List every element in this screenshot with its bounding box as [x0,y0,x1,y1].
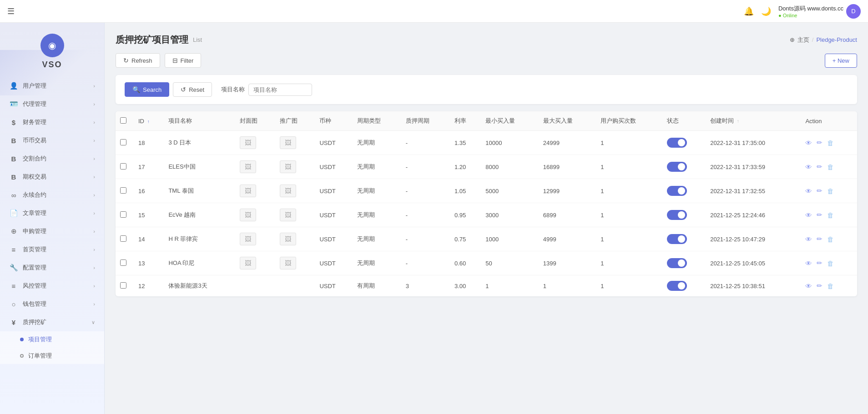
sidebar-item-finance-mgmt[interactable]: $ 财务管理 › [0,113,104,131]
view-icon-2[interactable]: 👁 [805,187,812,195]
delete-icon-2[interactable]: 🗑 [827,187,834,195]
row-checkbox-3[interactable] [120,211,126,218]
sidebar-item-project-mgmt[interactable]: 项目管理 [0,331,104,348]
sidebar-item-agent-mgmt[interactable]: 🪪 代理管理 › [0,95,104,113]
row-pledge-cycle-6: 3 [401,275,450,297]
hamburger-menu[interactable]: ☰ [7,6,15,16]
status-toggle-6[interactable] [667,281,687,291]
sidebar-item-coin-trade[interactable]: B 币币交易 › [0,131,104,150]
table-row: 16 TML 泰国 🖼 🖼 USDT 无周期 - 1.05 5000 12999… [116,179,857,203]
view-icon-0[interactable]: 👁 [805,139,812,147]
status-toggle-4[interactable] [667,234,687,244]
select-all-header [116,111,134,131]
edit-icon-6[interactable]: ✏ [817,282,823,290]
action-icons-1: 👁 ✏ 🗑 [805,163,853,171]
cover-image-1: 🖼 [240,160,256,173]
row-cover-6 [235,275,275,297]
filter-icon: ⊟ [172,57,178,64]
row-min-buy-5: 50 [481,251,538,275]
notification-icon[interactable]: 🔔 [744,6,754,16]
action-icons-0: 👁 ✏ 🗑 [805,139,853,147]
toggle-slider-1 [667,162,687,172]
row-checkbox-cell-3 [116,203,134,227]
delete-icon-6[interactable]: 🗑 [827,282,834,290]
edit-icon-3[interactable]: ✏ [817,211,823,219]
delete-icon-0[interactable]: 🗑 [827,139,834,147]
row-name-2: TML 泰国 [164,179,235,203]
sidebar-item-pledge-mining[interactable]: ¥ 质押挖矿 ∨ [0,313,104,331]
row-checkbox-cell-4 [116,227,134,251]
project-name-input[interactable] [248,84,312,96]
edit-icon-5[interactable]: ✏ [817,259,823,267]
row-currency-3: USDT [315,203,352,227]
avatar[interactable]: D [846,4,861,19]
chevron-down-icon: ∨ [91,319,95,325]
edit-icon-1[interactable]: ✏ [817,163,823,171]
sidebar-item-config-mgmt[interactable]: 🔧 配置管理 › [0,259,104,277]
sidebar-item-article-mgmt[interactable]: 📄 文章管理 › [0,204,104,222]
row-checkbox-2[interactable] [120,187,126,194]
chevron-right-icon: › [93,120,95,125]
row-status-0 [662,131,706,155]
view-icon-6[interactable]: 👁 [805,282,812,290]
row-max-buy-6: 1 [539,275,596,297]
row-promo-1: 🖼 [275,155,315,179]
row-checkbox-0[interactable] [120,139,126,145]
chevron-right-icon: › [93,192,95,198]
row-name-1: ELES中国 [164,155,235,179]
status-toggle-5[interactable] [667,258,687,268]
search-button[interactable]: 🔍 Search [125,82,169,97]
row-checkbox-6[interactable] [120,282,126,289]
header-left: ☰ [7,6,15,16]
status-toggle-1[interactable] [667,162,687,172]
row-interest-1: 1.20 [450,155,481,179]
row-checkbox-4[interactable] [120,235,126,242]
theme-toggle-icon[interactable]: 🌙 [761,6,771,16]
delete-icon-3[interactable]: 🗑 [827,211,834,219]
breadcrumb-home[interactable]: 主页 [797,36,809,44]
row-pledge-cycle-1: - [401,155,450,179]
delete-icon-4[interactable]: 🗑 [827,235,834,243]
row-checkbox-1[interactable] [120,163,126,170]
sidebar-item-user-mgmt[interactable]: 👤 用户管理 › [0,77,104,95]
edit-icon-4[interactable]: ✏ [817,235,823,243]
sidebar-item-risk-mgmt[interactable]: ≡ 风控管理 › [0,277,104,295]
filter-button[interactable]: ⊟ Filter [165,53,202,68]
delete-icon-5[interactable]: 🗑 [827,259,834,267]
sidebar-item-contract-trade[interactable]: B 交割合约 › [0,150,104,168]
coin-trade-icon: B [9,137,18,145]
view-icon-5[interactable]: 👁 [805,259,812,267]
status-toggle-3[interactable] [667,210,687,220]
refresh-button[interactable]: ↻ Refresh [116,53,160,68]
chevron-right-icon: › [93,229,95,234]
reset-button[interactable]: ↺ Reset [173,82,212,97]
table-body: 18 3 D 日本 🖼 🖼 USDT 无周期 - 1.35 10000 2499… [116,131,857,297]
breadcrumb: ⊕ 主页 / Pledge-Product [790,36,857,44]
table-row: 13 HOA 印尼 🖼 🖼 USDT 无周期 - 0.60 50 1399 1 … [116,251,857,275]
user-info: Donts源码 www.donts.cc ● Online D [778,4,861,19]
new-button[interactable]: + New [825,54,857,68]
edit-icon-2[interactable]: ✏ [817,187,823,195]
sidebar-item-home-mgmt[interactable]: ≡ 首页管理 › [0,240,104,259]
row-status-6 [662,275,706,297]
sidebar-item-perpetual[interactable]: ∞ 永续合约 › [0,186,104,204]
sidebar-item-wallet-mgmt[interactable]: ○ 钱包管理 › [0,295,104,313]
row-created-at-5: 2021-12-25 10:45:05 [706,251,801,275]
delete-icon-1[interactable]: 🗑 [827,163,834,171]
row-promo-2: 🖼 [275,179,315,203]
view-icon-3[interactable]: 👁 [805,211,812,219]
status-toggle-2[interactable] [667,186,687,196]
sidebar-item-purchase-mgmt[interactable]: ⊕ 申购管理 › [0,222,104,240]
status-toggle-0[interactable] [667,138,687,148]
select-all-checkbox[interactable] [120,117,126,124]
col-currency: 币种 [315,111,352,131]
row-status-3 [662,203,706,227]
edit-icon-0[interactable]: ✏ [817,139,823,147]
sidebar-item-order-mgmt[interactable]: 订单管理 [0,348,104,364]
row-max-buy-2: 12999 [539,179,596,203]
sidebar-item-options-trade[interactable]: B 期权交易 › [0,168,104,186]
row-currency-6: USDT [315,275,352,297]
row-checkbox-5[interactable] [120,259,126,266]
view-icon-1[interactable]: 👁 [805,163,812,171]
view-icon-4[interactable]: 👁 [805,235,812,243]
